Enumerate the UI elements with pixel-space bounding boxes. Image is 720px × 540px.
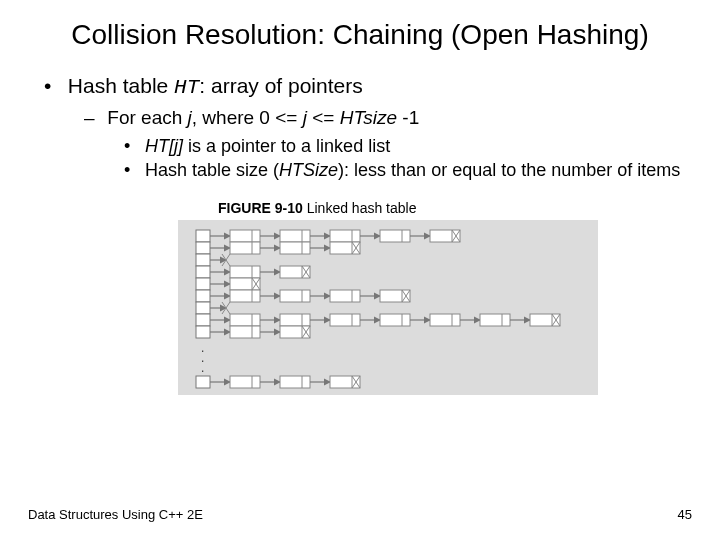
svg-rect-84 [380,314,410,326]
page-number: 45 [678,507,692,522]
slide-title: Collision Resolution: Chaining (Open Has… [28,18,692,52]
text-ht: HT [174,76,199,99]
svg-rect-64 [330,290,360,302]
chain-row-2 [210,254,230,266]
svg-rect-75 [230,314,260,326]
svg-rect-1 [196,242,210,254]
figure-wrap: . . . [178,220,692,395]
svg-rect-17 [280,230,310,242]
text: is a pointer to a linked list [183,136,390,156]
svg-rect-61 [280,290,310,302]
text: : array of pointers [199,74,362,97]
svg-rect-7 [196,314,210,326]
text: ): less than or equal to the number of i… [338,160,680,180]
svg-rect-34 [280,242,310,254]
slide: Collision Resolution: Chaining (Open Has… [0,0,720,540]
svg-rect-87 [430,314,460,326]
svg-rect-4 [196,278,210,290]
chain-row-7 [210,314,560,326]
bullet-marker: • [44,74,62,98]
figure-caption: FIGURE 9-10 Linked hash table [218,200,692,216]
text: , where 0 <= [192,107,303,128]
bullet-level1: • Hash table HT: array of pointers [44,74,692,99]
figure-label-bold: FIGURE 9-10 [218,200,303,216]
footer-left: Data Structures Using C++ 2E [28,507,203,522]
chain-row-8 [210,326,310,338]
svg-rect-45 [230,266,260,278]
bullet-marker: – [84,107,102,129]
bullet-level3: • HT[j] is a pointer to a linked list [124,135,692,158]
hash-slot-column: . . . [196,230,210,388]
svg-rect-20 [330,230,360,242]
text-j: [j] [169,136,183,156]
footer: Data Structures Using C++ 2E 45 [28,507,692,522]
svg-rect-3 [196,266,210,278]
svg-rect-106 [230,376,260,388]
chain-row-last [210,376,360,388]
chain-row-1 [210,242,360,254]
svg-rect-12 [196,376,210,388]
bullet-marker: • [124,135,140,158]
text: For each [107,107,187,128]
text-htsize: HTsize [340,107,397,128]
svg-rect-5 [196,290,210,302]
svg-rect-58 [230,290,260,302]
svg-rect-23 [380,230,410,242]
text-ht: HT [145,136,169,156]
chain-row-4 [210,278,260,290]
chain-row-0 [210,230,460,242]
hash-table-svg: . . . [178,220,598,395]
text: -1 [397,107,419,128]
svg-rect-14 [230,230,260,242]
linked-hash-table-figure: . . . [178,220,598,395]
svg-rect-81 [330,314,360,326]
text: Hash table [68,74,174,97]
bullet-level2: – For each j, where 0 <= j <= HTsize -1 [84,107,692,129]
svg-rect-8 [196,326,210,338]
text-htsize: HTSize [279,160,338,180]
svg-rect-90 [480,314,510,326]
chain-row-5 [210,290,410,302]
svg-rect-31 [230,242,260,254]
figure-label-rest: Linked hash table [303,200,417,216]
svg-text:.: . [201,361,204,375]
svg-rect-0 [196,230,210,242]
svg-rect-98 [230,326,260,338]
bullet-level3: • Hash table size (HTSize): less than or… [124,159,692,182]
chain-row-6 [210,302,230,314]
svg-rect-78 [280,314,310,326]
text: <= [307,107,340,128]
svg-rect-6 [196,302,210,314]
svg-rect-109 [280,376,310,388]
svg-rect-2 [196,254,210,266]
chain-row-3 [210,266,310,278]
bullet-marker: • [124,159,140,182]
text: Hash table size ( [145,160,279,180]
